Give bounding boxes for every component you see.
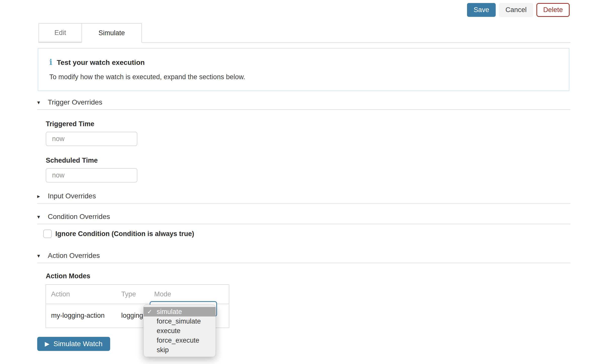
- watch-simulate-page: Save Cancel Delete Edit Simulate i Test …: [0, 0, 591, 364]
- section-input-overrides-label: Input Overrides: [48, 192, 96, 200]
- triggered-time-input[interactable]: [46, 132, 137, 146]
- scheduled-time-label: Scheduled Time: [46, 157, 98, 164]
- section-action-overrides[interactable]: ▾ Action Overrides: [37, 252, 100, 260]
- column-header-action: Action: [46, 285, 116, 304]
- chevron-down-icon: ▾: [37, 253, 44, 259]
- triggered-time-label: Triggered Time: [46, 120, 94, 128]
- dropdown-option-force-execute[interactable]: force_execute: [144, 336, 216, 345]
- dropdown-option-label: force_execute: [157, 337, 199, 344]
- chevron-right-icon: ▸: [37, 193, 44, 199]
- dropdown-option-label: skip: [157, 346, 169, 354]
- chevron-down-icon: ▾: [37, 99, 44, 106]
- action-name-cell: my-logging-action: [46, 304, 116, 328]
- info-icon: i: [49, 58, 52, 67]
- play-icon: ▶: [45, 340, 49, 347]
- dropdown-option-label: execute: [157, 327, 181, 335]
- divider: [37, 224, 570, 224]
- check-icon: ✓: [147, 308, 152, 315]
- ignore-condition-row: Ignore Condition (Condition is always tr…: [43, 230, 194, 238]
- simulate-watch-label: Simulate Watch: [53, 340, 102, 348]
- save-button[interactable]: Save: [467, 3, 496, 17]
- ignore-condition-label: Ignore Condition (Condition is always tr…: [55, 230, 194, 238]
- dropdown-option-label: force_simulate: [157, 317, 201, 325]
- simulate-watch-button[interactable]: ▶ Simulate Watch: [37, 337, 110, 351]
- dropdown-option-simulate[interactable]: ✓ simulate: [144, 307, 216, 316]
- divider: [37, 263, 570, 263]
- section-condition-overrides[interactable]: ▾ Condition Overrides: [37, 213, 110, 221]
- divider: [37, 109, 570, 110]
- action-modes-title: Action Modes: [46, 272, 90, 280]
- section-trigger-overrides-label: Trigger Overrides: [48, 98, 102, 106]
- divider: [37, 203, 570, 204]
- info-callout: i Test your watch execution To modify ho…: [38, 48, 569, 91]
- top-action-bar: Save Cancel Delete: [467, 3, 570, 17]
- action-modes-table-wrap: Action Type Mode my-logging-action loggi…: [46, 284, 229, 328]
- dropdown-option-skip[interactable]: skip: [144, 345, 216, 355]
- section-condition-overrides-label: Condition Overrides: [48, 213, 110, 221]
- dropdown-option-label: simulate: [157, 308, 182, 316]
- callout-title: Test your watch execution: [57, 59, 145, 67]
- dropdown-option-force-simulate[interactable]: force_simulate: [144, 316, 216, 326]
- tab-simulate[interactable]: Simulate: [81, 23, 142, 43]
- section-action-overrides-label: Action Overrides: [48, 252, 100, 260]
- mode-dropdown-menu: ✓ simulate force_simulate execute force_…: [143, 305, 216, 357]
- chevron-down-icon: ▾: [37, 214, 44, 220]
- delete-button[interactable]: Delete: [536, 3, 570, 17]
- column-header-type: Type: [116, 285, 149, 304]
- ignore-condition-checkbox[interactable]: [43, 230, 52, 238]
- scheduled-time-input[interactable]: [46, 168, 137, 183]
- section-input-overrides[interactable]: ▸ Input Overrides: [37, 192, 96, 200]
- dropdown-option-execute[interactable]: execute: [144, 326, 216, 336]
- tab-edit[interactable]: Edit: [38, 23, 82, 42]
- cancel-button[interactable]: Cancel: [499, 3, 533, 17]
- tab-bar: Edit Simulate: [38, 23, 570, 43]
- callout-body: To modify how the watch is executed, exp…: [49, 73, 559, 81]
- section-trigger-overrides[interactable]: ▾ Trigger Overrides: [37, 98, 102, 106]
